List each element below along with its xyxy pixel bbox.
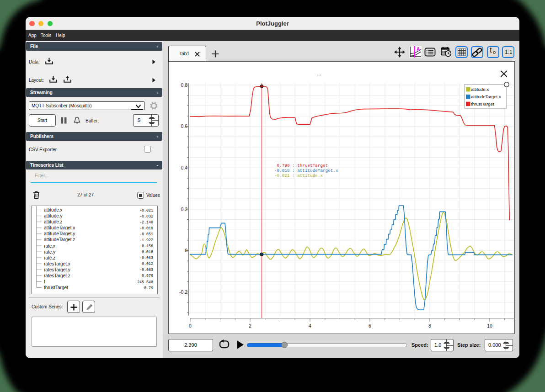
svg-text:8: 8 bbox=[428, 323, 431, 328]
svg-text:6: 6 bbox=[369, 323, 371, 328]
svg-text:0.676: 0.676 bbox=[142, 274, 153, 278]
svg-text:t: t bbox=[44, 279, 45, 284]
svg-text:attitude.y: attitude.y bbox=[44, 213, 63, 218]
svg-text:-1.922: -1.922 bbox=[139, 238, 153, 242]
svg-text:thrustTarget: thrustTarget bbox=[471, 101, 494, 106]
svg-text:-2.148: -2.148 bbox=[139, 220, 153, 224]
svg-text:rate.z: rate.z bbox=[44, 255, 55, 260]
svg-text:attitude.x: attitude.x bbox=[471, 87, 489, 92]
svg-text:ratesTarget.x: ratesTarget.x bbox=[44, 261, 70, 266]
svg-text:0: 0 bbox=[185, 248, 187, 253]
svg-text:0: 0 bbox=[189, 323, 192, 328]
svg-text:-0.018 : attitudeTarget.x: -0.018 : attitudeTarget.x bbox=[274, 168, 338, 173]
svg-text:ratesTarget.z: ratesTarget.z bbox=[44, 273, 70, 278]
svg-text:...: ... bbox=[317, 71, 321, 76]
svg-text:-0.021: -0.021 bbox=[139, 208, 153, 212]
svg-text:attitude.x: attitude.x bbox=[44, 207, 63, 212]
svg-text:-0.083: -0.083 bbox=[139, 268, 153, 272]
svg-text:2: 2 bbox=[249, 323, 251, 328]
svg-text:0.790 : thrustTarget: 0.790 : thrustTarget bbox=[274, 163, 328, 168]
svg-text:attitudeTarget.x: attitudeTarget.x bbox=[44, 225, 75, 230]
svg-text:0.8: 0.8 bbox=[181, 82, 187, 88]
svg-text:0.4: 0.4 bbox=[181, 165, 187, 170]
svg-text:-0.018: -0.018 bbox=[139, 226, 153, 230]
svg-text:-0.032: -0.032 bbox=[139, 214, 153, 218]
svg-text:0.6: 0.6 bbox=[181, 123, 187, 129]
svg-text:-0.051: -0.051 bbox=[139, 232, 153, 236]
svg-text:attitude.z: attitude.z bbox=[44, 219, 63, 224]
svg-text:0.018: 0.018 bbox=[142, 250, 153, 254]
svg-text:rate.y: rate.y bbox=[44, 249, 55, 254]
svg-text:0.79: 0.79 bbox=[144, 286, 153, 290]
svg-text:-0.063: -0.063 bbox=[139, 256, 153, 260]
svg-text:A: A bbox=[417, 46, 420, 52]
svg-text:ratesTarget.y: ratesTarget.y bbox=[44, 267, 70, 272]
svg-text:10: 10 bbox=[487, 323, 492, 328]
svg-text:thrustTarget: thrustTarget bbox=[44, 285, 68, 290]
svg-text:0.012: 0.012 bbox=[142, 262, 153, 266]
svg-text:attitudeTarget.x: attitudeTarget.x bbox=[471, 94, 501, 99]
svg-text:0.2: 0.2 bbox=[181, 207, 187, 212]
svg-text:attitudeTarget.z: attitudeTarget.z bbox=[44, 237, 75, 242]
svg-text:4: 4 bbox=[309, 323, 311, 328]
svg-text:attitudeTarget.y: attitudeTarget.y bbox=[44, 231, 75, 236]
svg-text:-0.156: -0.156 bbox=[139, 244, 153, 248]
svg-text:-0.2: -0.2 bbox=[179, 289, 187, 295]
svg-text:245.548: 245.548 bbox=[137, 280, 153, 284]
svg-text:rate.x: rate.x bbox=[44, 244, 55, 249]
svg-text:-0.021 : attitude.x: -0.021 : attitude.x bbox=[274, 173, 323, 178]
